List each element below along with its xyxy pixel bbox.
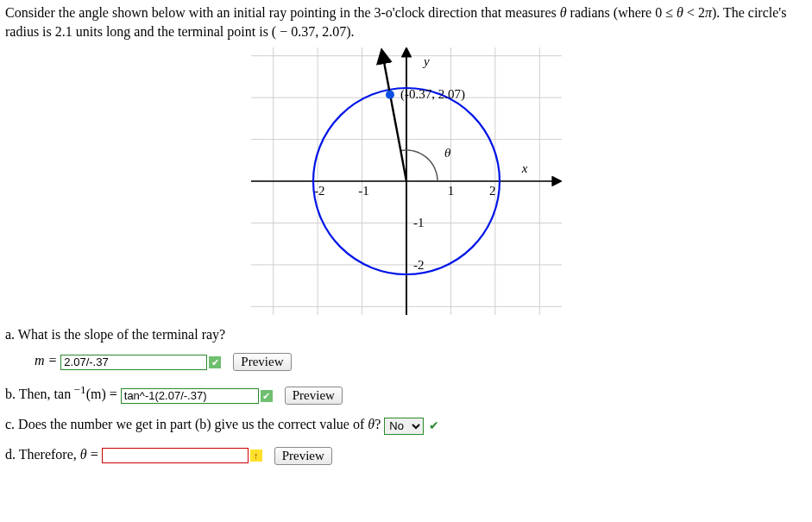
theta-symbol-1: θ	[560, 5, 567, 20]
svg-text:y: y	[422, 54, 430, 68]
check-icon: ✔	[261, 390, 273, 402]
theta-symbol-2: θ	[677, 5, 683, 20]
question-b: b. Then, tan −1(m) = ✔ Preview	[5, 383, 807, 405]
preview-button-b[interactable]: Preview	[285, 387, 343, 405]
theta-symbol-3: θ	[368, 417, 375, 431]
svg-text:θ: θ	[444, 146, 451, 160]
answer-b-input[interactable]	[121, 388, 259, 404]
question-b-exp: −1	[71, 383, 86, 396]
answer-c-select[interactable]: ?YesNo	[384, 418, 424, 435]
svg-text:-2: -2	[413, 258, 425, 272]
intro-part2: radians (where 0 ≤	[567, 5, 677, 20]
svg-text:1: 1	[447, 184, 454, 198]
check-icon: ✔	[429, 419, 439, 432]
chart-container: -2-112-1-2xyθ(-0.37, 2.07)	[5, 47, 807, 315]
warning-icon: ↑	[250, 450, 262, 462]
svg-point-28	[385, 91, 393, 99]
angle-chart: -2-112-1-2xyθ(-0.37, 2.07)	[251, 47, 562, 315]
svg-text:-1: -1	[413, 217, 425, 230]
preview-button-a[interactable]: Preview	[233, 353, 291, 371]
check-icon: ✔	[209, 356, 221, 368]
question-a: a. What is the slope of the terminal ray…	[5, 327, 807, 371]
answer-d-input[interactable]	[102, 448, 249, 463]
svg-text:x: x	[520, 161, 527, 175]
answer-a-input[interactable]	[60, 355, 207, 370]
theta-symbol-4: θ	[80, 447, 87, 462]
problem-statement: Consider the angle shown below with an i…	[5, 3, 807, 41]
question-c-label-2: ?	[375, 417, 381, 431]
svg-text:-1: -1	[358, 184, 369, 198]
intro-part3: < 2	[683, 5, 705, 20]
intro-part1: Consider the angle shown below with an i…	[5, 5, 560, 20]
question-d-label-2: =	[87, 447, 102, 462]
preview-button-d[interactable]: Preview	[274, 447, 332, 465]
svg-text:-2: -2	[313, 184, 324, 198]
question-b-label-2: (m) =	[86, 387, 121, 402]
pi-symbol: π	[705, 5, 712, 20]
svg-line-27	[381, 52, 406, 181]
question-c: c. Does the number we get in part (b) gi…	[5, 417, 807, 434]
svg-text:(-0.37, 2.07): (-0.37, 2.07)	[400, 87, 464, 102]
question-c-label-1: c. Does the number we get in part (b) gi…	[5, 417, 368, 431]
question-b-label-1: b. Then, tan	[5, 387, 71, 402]
question-d-label-1: d. Therefore,	[5, 447, 80, 462]
question-a-label: a. What is the slope of the terminal ray…	[5, 327, 807, 343]
m-equals: m =	[35, 353, 60, 368]
svg-text:2: 2	[489, 184, 496, 198]
question-d: d. Therefore, θ = ↑ Preview	[5, 447, 807, 465]
